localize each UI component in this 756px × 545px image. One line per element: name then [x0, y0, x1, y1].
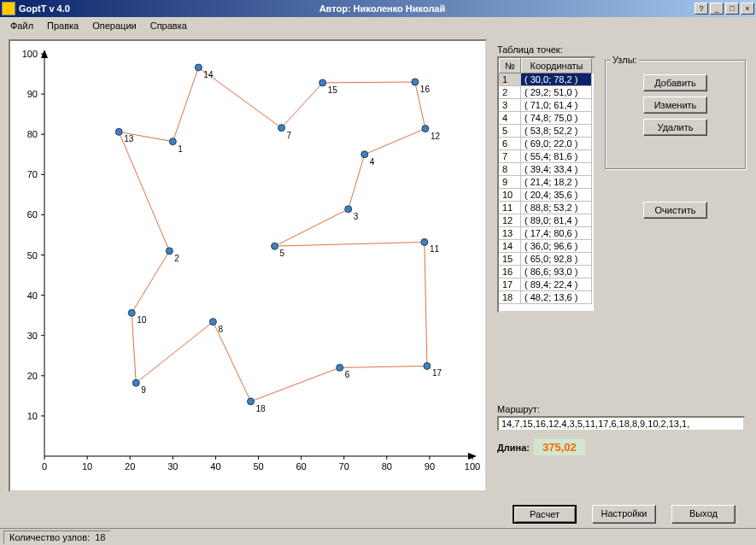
- maximize-button[interactable]: □: [725, 3, 739, 15]
- svg-text:16: 16: [420, 85, 431, 94]
- table-row[interactable]: 2( 29,2; 51,0 ): [499, 86, 594, 99]
- svg-point-74: [319, 79, 326, 86]
- table-row[interactable]: 14( 36,0; 96,6 ): [499, 240, 594, 253]
- svg-text:50: 50: [253, 461, 263, 472]
- svg-text:90: 90: [27, 89, 38, 99]
- title-bar: GoptT v 4.0 Автор: Николенко Николай ? _…: [0, 0, 756, 17]
- svg-text:10: 10: [137, 315, 147, 325]
- svg-point-48: [166, 248, 173, 255]
- table-header-coords[interactable]: Координаты: [521, 58, 592, 73]
- svg-text:40: 40: [210, 461, 220, 472]
- window-title: GoptT v 4.0: [19, 3, 70, 14]
- svg-point-60: [209, 319, 216, 325]
- table-row[interactable]: 13( 17,4; 80,6 ): [499, 227, 594, 240]
- svg-point-46: [169, 138, 176, 145]
- svg-point-58: [278, 125, 285, 132]
- svg-point-66: [421, 238, 428, 245]
- menu-help[interactable]: Справка: [144, 19, 194, 32]
- close-button[interactable]: ×: [741, 3, 754, 15]
- nodes-groupbox: Узлы: Добавить Изменить Удалить: [605, 60, 746, 169]
- svg-point-62: [132, 379, 139, 386]
- route-input[interactable]: [497, 416, 745, 431]
- svg-text:60: 60: [27, 209, 38, 220]
- svg-text:30: 30: [167, 461, 178, 472]
- svg-text:2: 2: [174, 254, 179, 263]
- svg-text:0: 0: [42, 461, 47, 472]
- svg-text:10: 10: [82, 461, 92, 472]
- clear-button[interactable]: Очистить: [643, 202, 707, 219]
- table-row[interactable]: 18( 48,2; 13,6 ): [499, 291, 594, 304]
- menu-operations[interactable]: Операции: [85, 19, 143, 32]
- svg-text:17: 17: [432, 368, 442, 378]
- svg-text:7: 7: [287, 131, 292, 140]
- svg-text:20: 20: [27, 371, 38, 381]
- table-row[interactable]: 1( 30,0; 78,2 ): [499, 73, 594, 86]
- calculate-button[interactable]: Расчет: [513, 505, 577, 524]
- svg-text:50: 50: [27, 250, 38, 261]
- table-row[interactable]: 3( 71,0; 61,4 ): [499, 99, 594, 112]
- exit-button[interactable]: Выход: [671, 505, 735, 524]
- svg-text:11: 11: [430, 244, 440, 254]
- table-row[interactable]: 5( 53,8; 52,2 ): [499, 125, 594, 138]
- points-table[interactable]: № Координаты 1( 30,0; 78,2 )2( 29,2; 51,…: [497, 56, 595, 313]
- svg-text:70: 70: [339, 461, 349, 472]
- table-row[interactable]: 12( 89,0; 81,4 ): [499, 214, 594, 227]
- svg-point-56: [337, 364, 343, 371]
- svg-text:6: 6: [345, 370, 350, 379]
- route-label: Маршрут:: [497, 404, 540, 414]
- table-row[interactable]: 16( 86,6; 93,0 ): [499, 266, 594, 278]
- status-bar: Количество узлов: 18: [0, 528, 756, 545]
- scatter-chart: 0102030405060708090100102030405060708090…: [10, 41, 485, 490]
- help-button[interactable]: ?: [694, 3, 708, 15]
- settings-button[interactable]: Настройки: [592, 505, 656, 524]
- svg-point-70: [115, 128, 122, 135]
- svg-text:14: 14: [203, 70, 214, 79]
- table-row[interactable]: 17( 89,4; 22,4 ): [499, 278, 594, 291]
- table-row[interactable]: 7( 55,4; 81,6 ): [499, 150, 594, 163]
- svg-point-78: [424, 362, 431, 369]
- svg-point-68: [422, 126, 429, 132]
- table-header-number[interactable]: №: [499, 58, 521, 73]
- table-row[interactable]: 8( 39,4; 33,4 ): [499, 163, 594, 176]
- delete-button[interactable]: Удалить: [643, 119, 707, 136]
- table-row[interactable]: 10( 20,4; 35,6 ): [499, 189, 594, 202]
- svg-point-76: [412, 79, 419, 85]
- svg-text:12: 12: [431, 132, 441, 141]
- svg-text:90: 90: [425, 461, 435, 472]
- edit-button[interactable]: Изменить: [643, 97, 707, 114]
- menu-bar: Файл Правка Операции Справка: [0, 17, 756, 34]
- svg-text:8: 8: [218, 325, 223, 334]
- svg-text:40: 40: [27, 290, 38, 301]
- nodes-group-legend: Узлы:: [611, 55, 639, 65]
- chart-panel: 0102030405060708090100102030405060708090…: [9, 39, 487, 492]
- table-title: Таблица точек:: [497, 44, 563, 55]
- table-row[interactable]: 4( 74,8; 75,0 ): [499, 112, 594, 125]
- minimize-button[interactable]: _: [710, 3, 724, 15]
- add-button[interactable]: Добавить: [643, 74, 707, 91]
- svg-text:5: 5: [280, 249, 285, 258]
- svg-text:80: 80: [27, 129, 38, 139]
- svg-text:4: 4: [370, 157, 375, 167]
- svg-point-72: [195, 64, 202, 71]
- svg-text:13: 13: [124, 134, 134, 144]
- svg-text:18: 18: [255, 404, 266, 413]
- svg-text:70: 70: [27, 169, 38, 179]
- table-row[interactable]: 9( 21,4; 18,2 ): [499, 176, 594, 189]
- menu-file[interactable]: Файл: [3, 19, 40, 32]
- length-value: 375,02: [534, 439, 585, 455]
- table-row[interactable]: 15( 65,0; 92,8 ): [499, 253, 594, 266]
- table-row[interactable]: 11( 88,8; 53,2 ): [499, 202, 594, 214]
- svg-point-54: [272, 243, 278, 249]
- svg-point-50: [345, 206, 352, 213]
- app-icon: [2, 2, 15, 15]
- svg-text:100: 100: [22, 49, 38, 59]
- svg-text:60: 60: [296, 461, 306, 472]
- svg-point-64: [128, 309, 135, 316]
- svg-point-80: [247, 398, 254, 405]
- length-label: Длина:: [497, 442, 530, 453]
- svg-text:20: 20: [125, 461, 135, 472]
- svg-text:1: 1: [178, 144, 183, 154]
- table-row[interactable]: 6( 69,0; 22,0 ): [499, 138, 594, 150]
- svg-text:9: 9: [141, 385, 146, 395]
- menu-edit[interactable]: Правка: [40, 19, 85, 32]
